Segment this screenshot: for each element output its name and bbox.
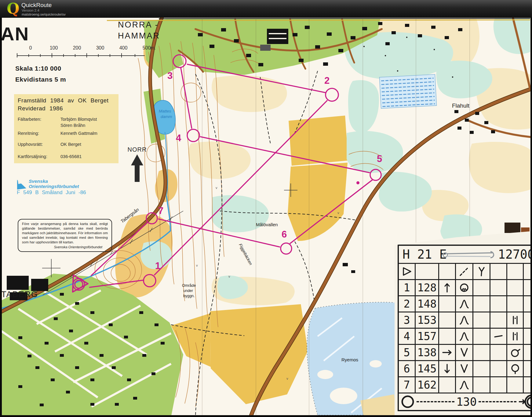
- road-fork-icon: [476, 266, 487, 277]
- fieldwork-value-2: Sören Bråhn: [60, 123, 85, 128]
- label-malovallen: Målövallen: [256, 222, 278, 227]
- control-description-sheet: H 21 E 12700: [395, 231, 532, 416]
- safety-pin-icon: [442, 251, 497, 259]
- control-row-code: 138: [416, 345, 438, 360]
- svg-text:v: v: [216, 186, 217, 190]
- label-construction-1: Område: [182, 283, 196, 288]
- hill-icon: [459, 331, 470, 342]
- federation-triangle-icon: [16, 179, 27, 190]
- reentrant-icon: [459, 347, 470, 358]
- fieldwork-value-1: Torbjörn Blomqvist: [60, 117, 97, 122]
- credits-box: Framställd 1984 av OK Berget Reviderad 1…: [14, 94, 118, 163]
- map-north-border: [159, 18, 530, 19]
- label-mattes: Mattes: [159, 109, 171, 113]
- scale-tick: 300: [96, 45, 104, 51]
- legal-text: Före varje arrangemang på denna karta sk…: [22, 222, 108, 245]
- edition-code: F 549 B Småland Juni -86: [17, 190, 86, 196]
- copyright-label: Upphovsrätt:: [18, 142, 43, 147]
- hill-icon: [459, 315, 470, 326]
- control-row-code: 145: [416, 361, 438, 376]
- control-number-5: 5: [377, 153, 382, 164]
- quickroute-window: AN NORRA - HAMMAR Smedjehov Flahult Matt…: [0, 0, 532, 417]
- app-url[interactable]: matstroeng.se/quickroute/sv: [22, 13, 66, 16]
- control-row-number: 7: [399, 377, 415, 393]
- control-row-code: 153: [416, 312, 438, 328]
- control-row-number: 1: [399, 280, 415, 295]
- control-row-code: 157: [416, 329, 438, 344]
- app-version: Version 2.4: [22, 9, 39, 12]
- arrow-up-icon: [442, 282, 453, 293]
- finish-distance: 130: [456, 395, 477, 408]
- finish-start-circle-icon: [401, 395, 415, 409]
- svg-text:v: v: [286, 377, 288, 380]
- control-description-grid: H 21 E 12700: [398, 245, 532, 411]
- federation-logo: Svenska Orienteringsförbundet: [16, 179, 79, 189]
- label-norra-hammar-2: HAMMAR: [118, 31, 160, 40]
- quickroute-logo-icon: Q: [7, 1, 20, 17]
- control-row-code: 162: [416, 377, 438, 393]
- federation-name-2: Orienteringsförbundet: [29, 184, 79, 189]
- scale-tick: 400: [119, 45, 128, 51]
- app-header: Q QuickRoute Version 2.4 matstroeng.se/q…: [0, 0, 532, 18]
- control-number-3: 3: [167, 70, 173, 81]
- credits-revised: Reviderad 1986: [18, 105, 115, 112]
- control-row-number: 3: [399, 312, 415, 328]
- drafting-label: Renritning:: [18, 131, 39, 136]
- federation-name-1: Svenska: [29, 179, 79, 184]
- arrow-right-icon: [442, 347, 453, 358]
- svg-text:v: v: [337, 211, 339, 215]
- scale-bar: 0 100 200 300 400 500 m.: [13, 45, 145, 59]
- map-title-fragment: AN: [1, 23, 29, 44]
- hill-icon: [459, 298, 470, 309]
- control-row-number: 4: [399, 329, 415, 344]
- scale-unit: m.: [150, 45, 156, 51]
- start-cell: [399, 264, 415, 279]
- window-border-bottom: [0, 415, 532, 417]
- app-title: QuickRoute: [21, 2, 52, 9]
- sales-value: 036-65681: [60, 154, 82, 159]
- label-taberg: TABERG: [1, 290, 38, 299]
- drafting-value: Kenneth Gattmalm: [60, 131, 97, 136]
- fieldwork-label: Fältarbeten:: [18, 117, 41, 122]
- window-border-left: [0, 17, 2, 417]
- course-length: 12700: [498, 247, 532, 261]
- map-north-border-gold: [107, 20, 530, 20]
- dial-icon: [459, 282, 470, 293]
- hill-icon: [459, 379, 470, 390]
- between-boulders-icon: [510, 315, 521, 326]
- north-label: NORR: [123, 146, 151, 153]
- smedjehov-building: [267, 29, 288, 44]
- finish-double-circle-icon: [518, 395, 532, 409]
- control-row-number: 6: [399, 361, 415, 376]
- start-triangle-icon: [401, 266, 412, 277]
- scale-tick: 100: [50, 45, 58, 51]
- label-construction-2: under: [183, 289, 193, 293]
- sales-label: Kartförsäljning:: [18, 154, 47, 159]
- copyright-value: OK Berget: [60, 142, 81, 147]
- label-damm: damm: [161, 114, 172, 119]
- north-arrow-icon: [129, 154, 145, 183]
- dash-icon: [493, 331, 504, 342]
- circle-tail-up-icon: [510, 347, 521, 358]
- label-flahult: Flahult: [452, 102, 470, 109]
- label-ryemos: Ryemos: [341, 357, 358, 362]
- control-row-code: 128: [416, 280, 438, 295]
- between-boulders-icon: [510, 331, 521, 342]
- reentrant-icon: [459, 363, 470, 374]
- control-number-7: 7: [158, 205, 163, 216]
- circle-tail-down-icon: [510, 363, 521, 374]
- finish-row: 130: [399, 393, 532, 410]
- control-number-1: 1: [155, 260, 160, 271]
- control-row-code: 148: [416, 296, 438, 312]
- dashed-line-icon: [459, 266, 470, 277]
- sheet-header-row: H 21 E 12700: [399, 246, 532, 263]
- control-row-number: 2: [399, 296, 415, 312]
- control-row-number: 5: [399, 345, 415, 360]
- course-class: H 21 E: [403, 247, 447, 261]
- scale-tick: 0: [29, 45, 32, 51]
- scale-tick: 500: [143, 45, 151, 51]
- legal-signature: Svenska Orienteringsförbundet: [22, 245, 108, 249]
- legal-notice-box: Före varje arrangemang på denna karta sk…: [18, 219, 112, 252]
- credits-produced: Framställd 1984 av OK Berget: [18, 97, 115, 104]
- north-indicator: NORR: [123, 146, 151, 184]
